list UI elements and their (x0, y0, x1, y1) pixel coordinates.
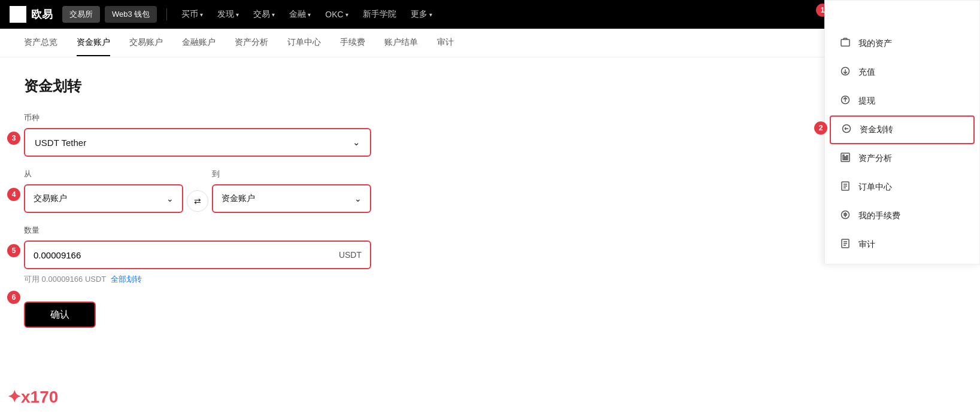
chevron-down-icon: ▾ (236, 11, 239, 18)
nav-okc-btn[interactable]: OKC▾ (320, 7, 353, 22)
svg-rect-1 (19, 8, 24, 13)
from-to-row: 从 交易账户 ⌄ ⇄ 到 资金账户 ⌄ (24, 169, 371, 213)
from-section: 从 交易账户 ⌄ (24, 169, 183, 213)
quantity-input-wrap: USDT (24, 241, 371, 269)
order-center-label: 订单中心 (858, 182, 892, 193)
nav-more-btn[interactable]: 更多▾ (406, 7, 437, 22)
my-assets-icon (839, 38, 851, 50)
subnav-item-finance-account[interactable]: 金融账户 (182, 30, 216, 56)
nav-buy-btn[interactable]: 买币▾ (177, 7, 208, 22)
svg-rect-0 (12, 8, 17, 13)
chevron-down-icon: ▾ (429, 11, 432, 18)
page-title: 资金划转 (24, 77, 515, 96)
dropdown-withdraw[interactable]: 提现 (825, 87, 979, 115)
order-center-icon (839, 181, 851, 193)
quantity-label: 数量 (24, 225, 515, 236)
subnav-item-fund-account[interactable]: 资金账户 (77, 30, 110, 56)
currency-select-dropdown[interactable]: USDT Tether ⌄ (24, 128, 371, 157)
deposit-icon (839, 66, 851, 78)
audit-label: 审计 (858, 239, 875, 250)
annotation-5: 5 (7, 244, 20, 257)
dropdown-transfer[interactable]: 2 资金划转 (830, 115, 975, 144)
subnav-item-fees[interactable]: 手续费 (340, 30, 365, 56)
asset-dropdown-panel: 我的资产 充值 提现 2 资金划转 资产分析 订单中心 我 (824, 0, 980, 264)
confirm-button[interactable]: 确认 (24, 302, 96, 328)
confirm-section: 确认 6 (24, 285, 96, 328)
subnav-item-trade-account[interactable]: 交易账户 (129, 30, 163, 56)
fees-icon (839, 210, 851, 222)
my-assets-label: 我的资产 (858, 38, 892, 49)
logo-icon (10, 6, 26, 23)
annotation-3: 3 (7, 132, 20, 145)
nav-discover-btn[interactable]: 发现▾ (213, 7, 244, 22)
dropdown-order-center[interactable]: 订单中心 (825, 173, 979, 202)
nav-trade-btn[interactable]: 交易▾ (248, 7, 280, 22)
fees-label: 我的手续费 (858, 211, 900, 221)
chevron-down-icon: ⌄ (354, 194, 362, 203)
dropdown-audit[interactable]: 审计 (825, 230, 979, 259)
web3-tab-btn[interactable]: Web3 钱包 (105, 6, 157, 23)
subnav-item-audit[interactable]: 审计 (437, 30, 454, 56)
dropdown-asset-analysis[interactable]: 资产分析 (825, 144, 979, 173)
annotation-2: 2 (814, 121, 827, 135)
nav-finance-btn[interactable]: 金融▾ (284, 7, 315, 22)
chevron-down-icon: ▾ (345, 11, 348, 18)
asset-analysis-icon (839, 153, 851, 165)
from-label: 从 (24, 169, 183, 179)
transfer-label: 资金划转 (860, 124, 893, 135)
swap-accounts-btn[interactable]: ⇄ (187, 190, 208, 212)
currency-value: USDT Tether (35, 138, 86, 148)
chevron-down-icon: ▾ (272, 11, 275, 18)
from-to-section: 从 交易账户 ⌄ ⇄ 到 资金账户 ⌄ 4 (24, 169, 515, 213)
withdraw-icon (839, 95, 851, 107)
to-account-select[interactable]: 资金账户 ⌄ (212, 184, 371, 213)
subnav-item-order-center[interactable]: 订单中心 (287, 30, 321, 56)
subnav-item-asset-analysis[interactable]: 资产分析 (235, 30, 268, 56)
to-account-value: 资金账户 (222, 193, 255, 204)
swap-icon: ⇄ (194, 196, 201, 206)
to-label: 到 (212, 169, 371, 179)
audit-icon (839, 239, 851, 251)
dropdown-my-assets[interactable]: 我的资产 (825, 29, 979, 58)
withdraw-label: 提现 (858, 96, 875, 106)
svg-rect-4 (841, 39, 849, 46)
chevron-down-icon: ▾ (200, 11, 203, 18)
chevron-down-icon: ⌄ (166, 194, 174, 203)
transfer-all-link[interactable]: 全部划转 (111, 274, 142, 285)
chevron-down-icon: ⌄ (353, 137, 360, 148)
quantity-unit: USDT (339, 250, 362, 260)
svg-rect-8 (841, 153, 849, 162)
main-content: 资金划转 币种 USDT Tether ⌄ 3 从 交易账户 ⌄ ⇄ 到 (0, 57, 539, 347)
nav-separator (166, 8, 167, 20)
currency-label: 币种 (24, 112, 515, 123)
annotation-6: 6 (7, 291, 20, 304)
logo-area: 欧易 (10, 6, 53, 23)
svg-rect-3 (19, 16, 24, 20)
transfer-icon (841, 124, 852, 136)
subnav-item-overview[interactable]: 资产总览 (24, 30, 57, 56)
from-account-select[interactable]: 交易账户 ⌄ (24, 184, 183, 213)
available-row: 可用 0.00009166 USDT 全部划转 (24, 274, 515, 285)
subnav-item-account-statement[interactable]: 账户结单 (384, 30, 418, 56)
exchange-tab-btn[interactable]: 交易所 (62, 6, 100, 23)
quantity-input[interactable] (34, 250, 339, 260)
from-account-value: 交易账户 (34, 193, 67, 204)
svg-rect-2 (12, 16, 17, 20)
quantity-section: 数量 USDT 可用 0.00009166 USDT 全部划转 5 (24, 225, 515, 285)
currency-section: 币种 USDT Tether ⌄ 3 (24, 112, 515, 157)
dropdown-deposit[interactable]: 充值 (825, 58, 979, 87)
annotation-4: 4 (7, 188, 20, 201)
available-text: 可用 0.00009166 USDT (24, 274, 106, 285)
chevron-down-icon: ▾ (308, 11, 311, 18)
logo-text: 欧易 (31, 7, 53, 22)
nav-newbie-btn[interactable]: 新手学院 (358, 7, 401, 22)
asset-analysis-label: 资产分析 (858, 153, 892, 164)
dropdown-my-fees[interactable]: 我的手续费 (825, 202, 979, 230)
deposit-label: 充值 (858, 67, 875, 78)
to-section: 到 资金账户 ⌄ (212, 169, 371, 213)
